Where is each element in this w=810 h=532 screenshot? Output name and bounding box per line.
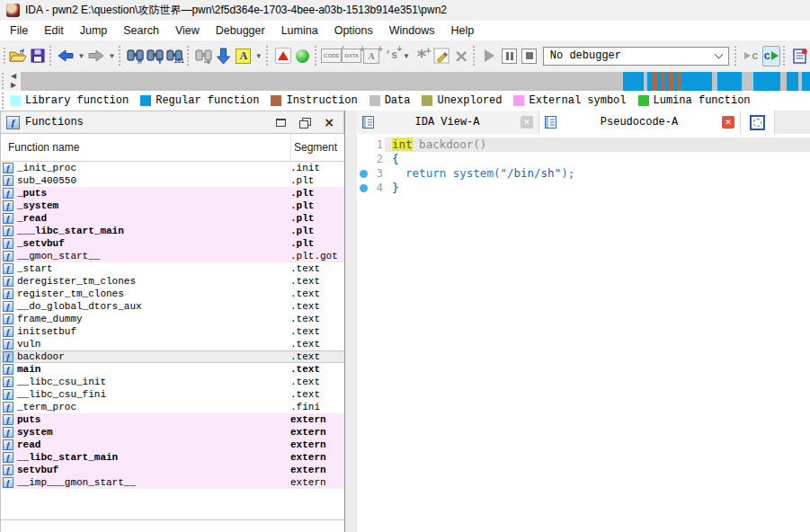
menu-help[interactable]: Help [442,22,482,39]
menu-debugger[interactable]: Debugger [208,22,273,39]
problem-list-icon[interactable] [274,44,292,67]
function-row[interactable]: f_term_proc.fini [1,401,344,413]
function-name: __imp___gmon_start__ [17,477,290,488]
function-name: deregister_tm_clones [17,276,290,287]
function-row[interactable]: f_system.plt [1,200,344,212]
menu-jump[interactable]: Jump [72,22,116,39]
jump-to-address-icon[interactable] [215,44,233,67]
back-history-caret-icon[interactable]: ▼ [77,52,85,60]
ida-app-icon [6,4,20,17]
open-file-icon[interactable] [9,44,27,67]
function-row[interactable]: fputsextern [1,413,344,426]
functions-column-header[interactable]: Function name Segment [0,134,344,162]
function-row[interactable]: f_setvbuf.plt [1,237,344,250]
make-struct-icon[interactable]: ’s+ [382,44,400,67]
search-immediate-icon[interactable]: 101 [166,44,184,67]
forward-history-caret-icon[interactable]: ▼ [108,52,115,60]
function-row[interactable]: f__imp___gmon_start__extern [1,476,344,489]
function-row[interactable]: fsub_400550.plt [1,174,344,187]
float-window-icon[interactable] [299,118,310,128]
function-row[interactable]: fbackdoor.text [1,350,344,363]
function-row[interactable]: f__libc_csu_fini.text [1,388,344,401]
function-f-icon: f [3,314,13,324]
save-file-icon[interactable] [29,44,47,67]
function-row[interactable]: f_start.text [1,262,344,275]
search-text-icon[interactable]: T [147,44,165,67]
function-row[interactable]: finitsetbuf.text [1,325,344,338]
column-function-name[interactable]: Function name [1,141,290,154]
menu-edit[interactable]: Edit [36,22,72,39]
script-snippets-icon[interactable] [791,44,809,67]
function-f-icon: f [3,163,13,173]
code-line[interactable]: 3 return system("/bin/sh"); [357,166,810,181]
run-c-icon[interactable]: c [762,44,780,67]
navband-left-arrow-icon[interactable]: ◀ [11,72,16,81]
functions-horizontal-scrollbar[interactable] [0,519,344,532]
function-row[interactable]: fderegister_tm_clones.text [1,275,344,288]
svg-text:101: 101 [174,58,184,64]
navband-right-arrow-icon[interactable]: ▶ [11,81,16,90]
navigation-band[interactable] [21,72,810,91]
tab-ida-view-a[interactable]: IDA View-A ✕ [357,111,539,134]
panel-splitter[interactable] [345,111,357,532]
make-string-icon[interactable]: A+ [362,44,380,67]
function-row[interactable]: f_puts.plt [1,187,344,200]
functions-panel-titlebar[interactable]: f Functions × [0,111,344,134]
function-row[interactable]: fframe_dummy.text [1,313,344,325]
navigate-forward-icon[interactable] [87,44,105,67]
function-row[interactable]: fregister_tm_clones.text [1,288,344,300]
code-token: return [405,166,446,180]
debug-start-icon[interactable] [481,44,499,67]
function-row[interactable]: f___libc_start_main.plt [1,225,344,237]
make-unknown-icon[interactable]: *+ [413,44,431,67]
function-name: backdoor [17,351,290,362]
tab-close-icon[interactable]: ✕ [521,116,533,129]
delete-function-icon[interactable]: × [452,44,470,67]
code-line[interactable]: 2{ [357,152,810,166]
code-line[interactable]: 4} [357,181,810,195]
tab-icon-only[interactable] [741,111,775,134]
edit-function-icon[interactable] [432,44,450,67]
navband-segment-gray [780,72,787,91]
make-code-icon[interactable]: CODE+ [322,44,341,67]
debugger-select[interactable]: No debugger [543,47,729,66]
make-struct-caret-icon[interactable]: ▼ [403,52,410,60]
function-row[interactable]: fsystemextern [1,426,344,439]
search-next-icon[interactable] [195,44,213,67]
function-segment: extern [290,427,344,438]
function-row[interactable]: freadextern [1,439,344,451]
toolbar-drag-handle[interactable] [4,48,8,64]
column-segment[interactable]: Segment [290,134,344,161]
function-row[interactable]: f__gmon_start__.plt.got [1,250,344,262]
function-row[interactable]: f_read.plt [1,212,344,225]
menu-search[interactable]: Search [115,22,167,39]
debug-pause-icon[interactable] [501,44,519,67]
rename-caret-icon[interactable]: ▼ [255,52,263,60]
function-row[interactable]: f__libc_csu_init.text [1,376,344,388]
function-row[interactable]: f_init_proc.init [1,162,344,174]
rename-icon[interactable]: A [235,44,253,67]
maximize-icon[interactable] [276,119,286,127]
tab-pseudocode-a[interactable]: Pseudocode-A ✕ [539,111,741,134]
function-row[interactable]: fvuln.text [1,338,344,350]
menu-windows[interactable]: Windows [381,22,443,39]
menu-view[interactable]: View [167,22,208,39]
close-icon[interactable]: × [324,118,334,128]
menu-lumina[interactable]: Lumina [273,22,326,39]
function-row[interactable]: f__libc_start_mainextern [1,451,344,464]
menu-file[interactable]: File [2,22,36,39]
code-token: int [392,137,413,151]
search-binary-icon[interactable]: # [127,44,145,67]
function-row[interactable]: fmain.text [1,363,344,376]
quick-c-icon[interactable]: c [743,44,761,67]
function-row[interactable]: fsetvbufextern [1,464,344,476]
debug-stop-icon[interactable] [521,44,539,67]
menu-options[interactable]: Options [326,22,381,39]
navigate-back-icon[interactable] [57,44,75,67]
tab-close-icon[interactable]: ✕ [722,116,734,129]
pseudocode-view[interactable]: 1int backdoor()2{3 return system("/bin/s… [357,134,810,532]
code-line[interactable]: 1int backdoor() [357,137,810,152]
function-f-icon: f [3,175,13,186]
lumina-status-icon[interactable] [294,44,312,67]
function-row[interactable]: f__do_global_dtors_aux.text [1,300,344,313]
